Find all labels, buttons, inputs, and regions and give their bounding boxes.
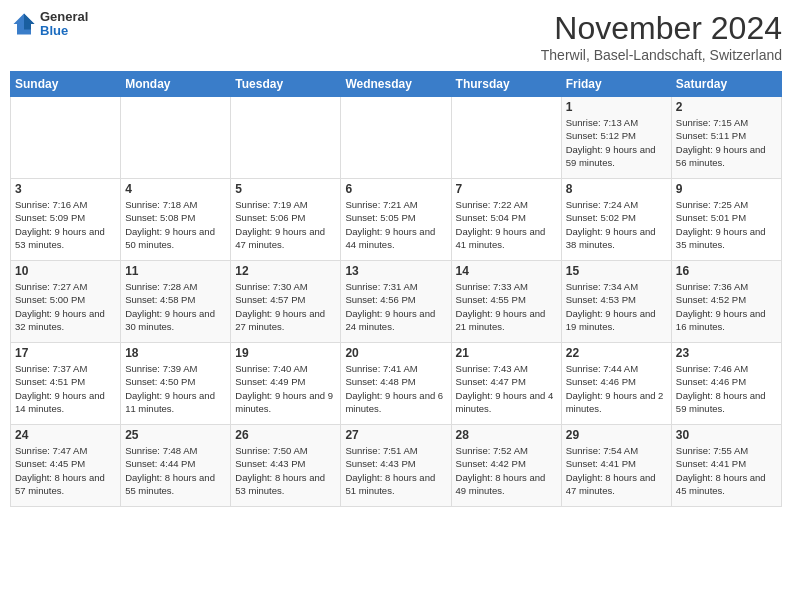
day-info: Sunrise: 7:19 AM Sunset: 5:06 PM Dayligh…: [235, 198, 336, 251]
calendar-cell: 6Sunrise: 7:21 AM Sunset: 5:05 PM Daylig…: [341, 179, 451, 261]
day-info: Sunrise: 7:36 AM Sunset: 4:52 PM Dayligh…: [676, 280, 777, 333]
calendar-week-row: 10Sunrise: 7:27 AM Sunset: 5:00 PM Dayli…: [11, 261, 782, 343]
calendar-cell: 1Sunrise: 7:13 AM Sunset: 5:12 PM Daylig…: [561, 97, 671, 179]
day-number: 17: [15, 346, 116, 360]
day-info: Sunrise: 7:13 AM Sunset: 5:12 PM Dayligh…: [566, 116, 667, 169]
calendar-cell: 10Sunrise: 7:27 AM Sunset: 5:00 PM Dayli…: [11, 261, 121, 343]
day-info: Sunrise: 7:22 AM Sunset: 5:04 PM Dayligh…: [456, 198, 557, 251]
day-info: Sunrise: 7:27 AM Sunset: 5:00 PM Dayligh…: [15, 280, 116, 333]
day-info: Sunrise: 7:50 AM Sunset: 4:43 PM Dayligh…: [235, 444, 336, 497]
day-info: Sunrise: 7:15 AM Sunset: 5:11 PM Dayligh…: [676, 116, 777, 169]
title-section: November 2024 Therwil, Basel-Landschaft,…: [541, 10, 782, 63]
calendar-cell: 3Sunrise: 7:16 AM Sunset: 5:09 PM Daylig…: [11, 179, 121, 261]
weekday-header: Sunday: [11, 72, 121, 97]
day-number: 5: [235, 182, 336, 196]
day-number: 19: [235, 346, 336, 360]
day-info: Sunrise: 7:47 AM Sunset: 4:45 PM Dayligh…: [15, 444, 116, 497]
day-number: 24: [15, 428, 116, 442]
day-info: Sunrise: 7:44 AM Sunset: 4:46 PM Dayligh…: [566, 362, 667, 415]
day-number: 12: [235, 264, 336, 278]
calendar-cell: [341, 97, 451, 179]
calendar-cell: 4Sunrise: 7:18 AM Sunset: 5:08 PM Daylig…: [121, 179, 231, 261]
calendar-cell: 17Sunrise: 7:37 AM Sunset: 4:51 PM Dayli…: [11, 343, 121, 425]
day-number: 9: [676, 182, 777, 196]
calendar-cell: 16Sunrise: 7:36 AM Sunset: 4:52 PM Dayli…: [671, 261, 781, 343]
day-number: 4: [125, 182, 226, 196]
calendar-table: SundayMondayTuesdayWednesdayThursdayFrid…: [10, 71, 782, 507]
day-info: Sunrise: 7:25 AM Sunset: 5:01 PM Dayligh…: [676, 198, 777, 251]
calendar-week-row: 24Sunrise: 7:47 AM Sunset: 4:45 PM Dayli…: [11, 425, 782, 507]
calendar-cell: [451, 97, 561, 179]
page-header: General Blue November 2024 Therwil, Base…: [10, 10, 782, 63]
day-number: 22: [566, 346, 667, 360]
day-info: Sunrise: 7:51 AM Sunset: 4:43 PM Dayligh…: [345, 444, 446, 497]
day-number: 8: [566, 182, 667, 196]
day-info: Sunrise: 7:55 AM Sunset: 4:41 PM Dayligh…: [676, 444, 777, 497]
calendar-cell: 12Sunrise: 7:30 AM Sunset: 4:57 PM Dayli…: [231, 261, 341, 343]
day-number: 18: [125, 346, 226, 360]
day-info: Sunrise: 7:21 AM Sunset: 5:05 PM Dayligh…: [345, 198, 446, 251]
calendar-header: SundayMondayTuesdayWednesdayThursdayFrid…: [11, 72, 782, 97]
day-number: 23: [676, 346, 777, 360]
day-number: 14: [456, 264, 557, 278]
day-number: 6: [345, 182, 446, 196]
day-number: 21: [456, 346, 557, 360]
day-info: Sunrise: 7:28 AM Sunset: 4:58 PM Dayligh…: [125, 280, 226, 333]
day-info: Sunrise: 7:31 AM Sunset: 4:56 PM Dayligh…: [345, 280, 446, 333]
weekday-header: Saturday: [671, 72, 781, 97]
calendar-cell: 25Sunrise: 7:48 AM Sunset: 4:44 PM Dayli…: [121, 425, 231, 507]
day-info: Sunrise: 7:41 AM Sunset: 4:48 PM Dayligh…: [345, 362, 446, 415]
calendar-cell: 2Sunrise: 7:15 AM Sunset: 5:11 PM Daylig…: [671, 97, 781, 179]
calendar-cell: 15Sunrise: 7:34 AM Sunset: 4:53 PM Dayli…: [561, 261, 671, 343]
calendar-cell: 30Sunrise: 7:55 AM Sunset: 4:41 PM Dayli…: [671, 425, 781, 507]
calendar-body: 1Sunrise: 7:13 AM Sunset: 5:12 PM Daylig…: [11, 97, 782, 507]
month-title: November 2024: [541, 10, 782, 47]
day-info: Sunrise: 7:18 AM Sunset: 5:08 PM Dayligh…: [125, 198, 226, 251]
day-info: Sunrise: 7:48 AM Sunset: 4:44 PM Dayligh…: [125, 444, 226, 497]
calendar-cell: [231, 97, 341, 179]
logo-blue: Blue: [40, 24, 88, 38]
logo-icon: [10, 10, 38, 38]
day-number: 20: [345, 346, 446, 360]
day-number: 11: [125, 264, 226, 278]
calendar-cell: 29Sunrise: 7:54 AM Sunset: 4:41 PM Dayli…: [561, 425, 671, 507]
day-number: 16: [676, 264, 777, 278]
calendar-cell: [11, 97, 121, 179]
logo-text: General Blue: [40, 10, 88, 39]
weekday-header: Thursday: [451, 72, 561, 97]
day-info: Sunrise: 7:39 AM Sunset: 4:50 PM Dayligh…: [125, 362, 226, 415]
location-subtitle: Therwil, Basel-Landschaft, Switzerland: [541, 47, 782, 63]
day-number: 28: [456, 428, 557, 442]
day-number: 7: [456, 182, 557, 196]
calendar-cell: 28Sunrise: 7:52 AM Sunset: 4:42 PM Dayli…: [451, 425, 561, 507]
header-row: SundayMondayTuesdayWednesdayThursdayFrid…: [11, 72, 782, 97]
day-info: Sunrise: 7:33 AM Sunset: 4:55 PM Dayligh…: [456, 280, 557, 333]
day-info: Sunrise: 7:43 AM Sunset: 4:47 PM Dayligh…: [456, 362, 557, 415]
day-info: Sunrise: 7:52 AM Sunset: 4:42 PM Dayligh…: [456, 444, 557, 497]
calendar-cell: 9Sunrise: 7:25 AM Sunset: 5:01 PM Daylig…: [671, 179, 781, 261]
weekday-header: Monday: [121, 72, 231, 97]
day-info: Sunrise: 7:46 AM Sunset: 4:46 PM Dayligh…: [676, 362, 777, 415]
day-number: 2: [676, 100, 777, 114]
day-info: Sunrise: 7:16 AM Sunset: 5:09 PM Dayligh…: [15, 198, 116, 251]
day-number: 15: [566, 264, 667, 278]
calendar-cell: 21Sunrise: 7:43 AM Sunset: 4:47 PM Dayli…: [451, 343, 561, 425]
day-number: 29: [566, 428, 667, 442]
calendar-week-row: 17Sunrise: 7:37 AM Sunset: 4:51 PM Dayli…: [11, 343, 782, 425]
calendar-cell: 20Sunrise: 7:41 AM Sunset: 4:48 PM Dayli…: [341, 343, 451, 425]
day-number: 26: [235, 428, 336, 442]
day-info: Sunrise: 7:24 AM Sunset: 5:02 PM Dayligh…: [566, 198, 667, 251]
calendar-cell: 26Sunrise: 7:50 AM Sunset: 4:43 PM Dayli…: [231, 425, 341, 507]
day-number: 13: [345, 264, 446, 278]
calendar-cell: 13Sunrise: 7:31 AM Sunset: 4:56 PM Dayli…: [341, 261, 451, 343]
calendar-cell: 7Sunrise: 7:22 AM Sunset: 5:04 PM Daylig…: [451, 179, 561, 261]
calendar-cell: 22Sunrise: 7:44 AM Sunset: 4:46 PM Dayli…: [561, 343, 671, 425]
day-number: 27: [345, 428, 446, 442]
calendar-week-row: 3Sunrise: 7:16 AM Sunset: 5:09 PM Daylig…: [11, 179, 782, 261]
day-number: 25: [125, 428, 226, 442]
day-info: Sunrise: 7:40 AM Sunset: 4:49 PM Dayligh…: [235, 362, 336, 415]
day-info: Sunrise: 7:34 AM Sunset: 4:53 PM Dayligh…: [566, 280, 667, 333]
calendar-cell: 5Sunrise: 7:19 AM Sunset: 5:06 PM Daylig…: [231, 179, 341, 261]
day-number: 30: [676, 428, 777, 442]
calendar-cell: 14Sunrise: 7:33 AM Sunset: 4:55 PM Dayli…: [451, 261, 561, 343]
